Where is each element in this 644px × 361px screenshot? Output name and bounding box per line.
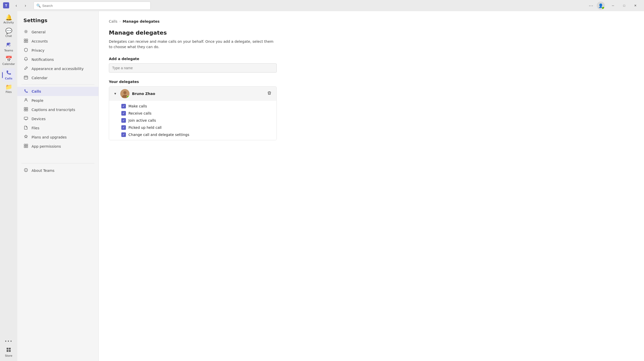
settings-title: Settings bbox=[17, 15, 98, 27]
permission-pickup-held: ✓ Picked up held call bbox=[121, 125, 271, 130]
check-icon: ✓ bbox=[122, 119, 125, 122]
page-title: Manage delegates bbox=[109, 30, 634, 36]
settings-nav-accounts[interactable]: Accounts bbox=[17, 37, 98, 46]
accounts-icon bbox=[23, 39, 28, 44]
nav-item-label: Plans and upgrades bbox=[32, 135, 67, 139]
breadcrumb-parent[interactable]: Calls bbox=[109, 19, 117, 23]
your-delegates-label: Your delegates bbox=[109, 80, 634, 84]
app-body: 🔔 Activity 💬 Chat Teams 📅 Calendar bbox=[0, 11, 644, 361]
devices-icon bbox=[23, 116, 28, 121]
check-icon: ✓ bbox=[122, 104, 125, 108]
pickup-held-checkbox[interactable]: ✓ bbox=[121, 125, 126, 130]
settings-nav-people[interactable]: People bbox=[17, 96, 98, 105]
sidebar-item-calendar[interactable]: 📅 Calendar bbox=[2, 55, 15, 67]
svg-point-26 bbox=[123, 91, 126, 94]
nav-item-label: Appearance and accessibility bbox=[32, 67, 84, 71]
settings-nav-about[interactable]: About Teams bbox=[17, 165, 98, 176]
user-avatar-button[interactable]: 👤 bbox=[597, 2, 605, 10]
settings-nav-calls[interactable]: Calls bbox=[17, 87, 98, 96]
more-icon: ••• bbox=[5, 339, 13, 343]
settings-nav-devices[interactable]: Devices bbox=[17, 114, 98, 123]
settings-nav-privacy[interactable]: Privacy bbox=[17, 46, 98, 55]
files-nav-icon bbox=[23, 126, 28, 131]
join-active-label: Join active calls bbox=[128, 118, 156, 122]
settings-nav-captions[interactable]: Captions and transcripts bbox=[17, 105, 98, 114]
svg-rect-15 bbox=[24, 107, 26, 109]
footer-separator bbox=[21, 163, 94, 163]
app-permissions-icon bbox=[23, 144, 28, 149]
close-button[interactable]: ✕ bbox=[630, 2, 641, 10]
forward-button[interactable]: › bbox=[21, 2, 30, 10]
make-calls-label: Make calls bbox=[128, 104, 147, 108]
search-input[interactable] bbox=[42, 4, 148, 8]
join-active-checkbox[interactable]: ✓ bbox=[121, 118, 126, 123]
svg-rect-17 bbox=[24, 109, 26, 111]
sidebar-item-calls[interactable]: Calls bbox=[2, 68, 15, 82]
sidebar-item-label: Calendar bbox=[2, 62, 15, 66]
change-settings-checkbox[interactable]: ✓ bbox=[121, 132, 126, 137]
make-calls-checkbox[interactable]: ✓ bbox=[121, 104, 126, 108]
plans-icon bbox=[23, 135, 28, 140]
search-icon: 🔍 bbox=[36, 4, 41, 8]
sidebar-item-teams[interactable]: Teams bbox=[2, 40, 15, 54]
sidebar-item-more[interactable]: ••• bbox=[2, 338, 15, 344]
check-icon: ✓ bbox=[122, 133, 125, 136]
settings-nav-notifications[interactable]: Notifications bbox=[17, 55, 98, 64]
settings-nav-appearance[interactable]: Appearance and accessibility bbox=[17, 64, 98, 73]
activity-icon: 🔔 bbox=[5, 15, 12, 20]
svg-rect-7 bbox=[9, 350, 11, 352]
calls-nav-icon bbox=[23, 89, 28, 94]
change-settings-label: Change call and delegate settings bbox=[128, 133, 189, 137]
svg-rect-4 bbox=[7, 348, 8, 350]
add-delegate-input[interactable] bbox=[109, 63, 277, 73]
nav-item-label: General bbox=[32, 30, 46, 34]
calendar-nav-icon bbox=[23, 75, 28, 80]
sidebar-item-label: Activity bbox=[3, 21, 14, 24]
calendar-icon: 📅 bbox=[5, 56, 12, 62]
check-icon: ✓ bbox=[122, 112, 125, 115]
sidebar-item-store[interactable]: Store bbox=[2, 345, 15, 359]
store-icon bbox=[6, 347, 11, 354]
svg-rect-22 bbox=[24, 146, 26, 148]
sidebar-item-activity[interactable]: 🔔 Activity bbox=[2, 13, 15, 26]
delegate-permissions: ✓ Make calls ✓ Receive calls ✓ Join acti… bbox=[109, 101, 276, 140]
settings-nav-files[interactable]: Files bbox=[17, 123, 98, 133]
delete-delegate-button[interactable] bbox=[266, 90, 273, 97]
nav-buttons: ‹ › bbox=[12, 2, 30, 10]
breadcrumb-current: Manage delegates bbox=[123, 19, 159, 23]
privacy-icon bbox=[23, 48, 28, 53]
sidebar-item-chat[interactable]: 💬 Chat bbox=[2, 27, 15, 39]
sidebar-item-files[interactable]: 📁 Files bbox=[2, 83, 15, 95]
nav-separator bbox=[21, 85, 94, 85]
permission-join-active: ✓ Join active calls bbox=[121, 118, 271, 123]
receive-calls-label: Receive calls bbox=[128, 111, 152, 115]
page-description: Delegates can receive and make calls on … bbox=[109, 39, 277, 50]
people-icon bbox=[23, 98, 28, 103]
check-icon: ✓ bbox=[122, 126, 125, 129]
receive-calls-checkbox[interactable]: ✓ bbox=[121, 111, 126, 116]
settings-nav-general[interactable]: General bbox=[17, 27, 98, 37]
back-button[interactable]: ‹ bbox=[12, 2, 20, 10]
settings-nav-plans[interactable]: Plans and upgrades bbox=[17, 133, 98, 142]
maximize-button[interactable]: □ bbox=[619, 2, 630, 10]
chat-icon: 💬 bbox=[5, 28, 12, 34]
sidebar-item-label: Files bbox=[6, 90, 12, 94]
settings-nav: Settings General Accounts bbox=[17, 11, 99, 361]
svg-text:T: T bbox=[5, 4, 7, 7]
more-options-button[interactable]: ··· bbox=[587, 2, 595, 10]
add-delegate-label: Add a delegate bbox=[109, 57, 634, 61]
svg-rect-10 bbox=[26, 39, 28, 40]
settings-nav-app-permissions[interactable]: App permissions bbox=[17, 142, 98, 151]
titlebar-right: ··· 👤 ─ □ ✕ bbox=[587, 2, 641, 10]
settings-nav-calendar[interactable]: Calendar bbox=[17, 73, 98, 82]
minimize-button[interactable]: ─ bbox=[607, 2, 619, 10]
calls-icon bbox=[6, 70, 11, 76]
sidebar-item-label: Chat bbox=[5, 34, 12, 38]
nav-item-label: Captions and transcripts bbox=[32, 108, 75, 112]
nav-item-label: People bbox=[32, 99, 43, 103]
permission-receive-calls: ✓ Receive calls bbox=[121, 111, 271, 116]
svg-rect-5 bbox=[9, 348, 11, 350]
nav-item-label: Calendar bbox=[32, 76, 48, 80]
expand-delegate-button[interactable]: ▼ bbox=[113, 91, 118, 96]
svg-rect-9 bbox=[24, 39, 26, 40]
